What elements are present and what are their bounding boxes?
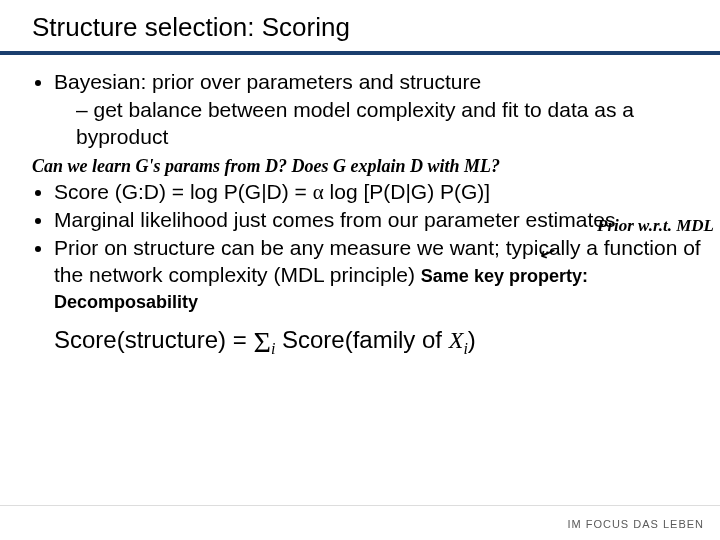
final-equation: Score(structure) = Σi Score(family of Xi… [54, 324, 702, 360]
eq-pre: Score(structure) = [54, 326, 253, 353]
italic-question: Can we learn G's params from D? Does G e… [32, 156, 702, 177]
prior-text: Prior on structure can be any measure we… [54, 236, 701, 285]
eq-mid: Score(family of [275, 326, 448, 353]
bullet-prior-structure: Prior on structure can be any measure we… [54, 235, 702, 314]
bullet-list: Bayesian: prior over parameters and stru… [54, 69, 702, 150]
sub-bullet-balance: get balance between model complexity and… [76, 97, 702, 150]
bullet-score-formula: Score (G:D) = log P(G|D) = α log [P(D|G)… [54, 179, 702, 205]
sigma-symbol: Σ [253, 325, 270, 358]
bullet-bayesian: Bayesian: prior over parameters and stru… [54, 69, 702, 150]
xi-var: X [449, 327, 464, 353]
bullet-list-2: Score (G:D) = log P(G|D) = α log [P(D|G)… [54, 179, 702, 314]
title-rule [0, 51, 720, 55]
annotation-prior-mdl: Prior w.r.t. MDL [597, 216, 714, 236]
slide-title: Structure selection: Scoring [32, 12, 702, 43]
sub-list: get balance between model complexity and… [76, 97, 702, 150]
slide: Structure selection: Scoring Bayesian: p… [0, 0, 720, 540]
formula-pre: Score (G:D) = log P(G|D) = [54, 180, 313, 203]
eq-post: ) [468, 326, 476, 353]
tagline: IM FOCUS DAS LEBEN [567, 518, 704, 530]
bullet-text: Bayesian: prior over parameters and stru… [54, 70, 481, 93]
alpha-symbol: α [313, 180, 324, 204]
formula-post: log [P(D|G) P(G)] [324, 180, 490, 203]
